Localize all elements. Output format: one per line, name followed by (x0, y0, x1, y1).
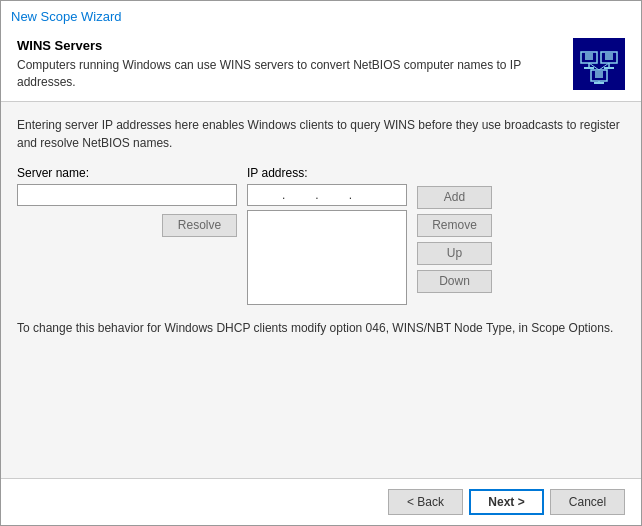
header-title: WINS Servers (17, 38, 563, 53)
ip-address-label: IP address: (247, 166, 407, 180)
network-icon (579, 44, 619, 84)
title-bar: New Scope Wizard (1, 1, 641, 28)
server-name-label: Server name: (17, 166, 237, 180)
content-area: Entering server IP addresses here enable… (1, 102, 641, 478)
ip-octet-1[interactable] (252, 188, 282, 202)
ip-octet-4[interactable] (352, 188, 382, 202)
add-button[interactable]: Add (417, 186, 492, 209)
content-description: Entering server IP addresses here enable… (17, 116, 625, 152)
cancel-button[interactable]: Cancel (550, 489, 625, 515)
server-name-column: Server name: Resolve (17, 166, 237, 305)
ip-address-input-row[interactable]: . . . (247, 184, 407, 206)
back-button[interactable]: < Back (388, 489, 463, 515)
svg-rect-7 (604, 67, 614, 69)
ip-address-list[interactable] (247, 210, 407, 305)
remove-button[interactable]: Remove (417, 214, 492, 237)
svg-rect-11 (594, 82, 604, 84)
footer-note: To change this behavior for Windows DHCP… (17, 319, 625, 337)
header-text: WINS Servers Computers running Windows c… (17, 38, 563, 91)
form-area: Server name: Resolve IP address: . . . (17, 166, 625, 305)
svg-rect-5 (605, 53, 613, 60)
ip-octet-3[interactable] (319, 188, 349, 202)
button-bar: < Back Next > Cancel (1, 478, 641, 525)
ip-octet-2[interactable] (285, 188, 315, 202)
svg-rect-3 (584, 67, 594, 69)
up-button[interactable]: Up (417, 242, 492, 265)
header-description: Computers running Windows can use WINS s… (17, 57, 563, 91)
svg-rect-1 (585, 53, 593, 60)
resolve-button[interactable]: Resolve (162, 214, 237, 237)
wins-icon (573, 38, 625, 90)
wizard-window: New Scope Wizard WINS Servers Computers … (0, 0, 642, 526)
svg-rect-9 (595, 71, 603, 78)
action-buttons-column: Add Remove Up Down (417, 166, 492, 305)
header-section: WINS Servers Computers running Windows c… (1, 28, 641, 102)
ip-address-column: IP address: . . . (247, 166, 407, 305)
server-name-input[interactable] (17, 184, 237, 206)
down-button[interactable]: Down (417, 270, 492, 293)
next-button[interactable]: Next > (469, 489, 544, 515)
window-title: New Scope Wizard (11, 9, 122, 24)
